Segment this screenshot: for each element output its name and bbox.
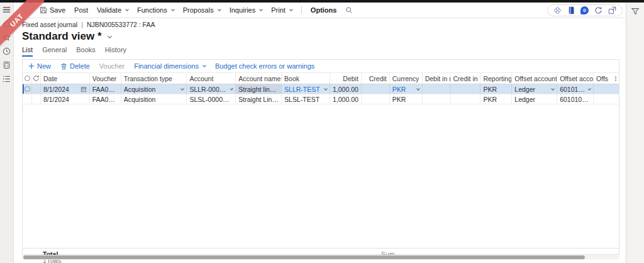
recent-clock-icon[interactable] [3, 47, 11, 55]
hamburger-menu-icon[interactable] [3, 6, 11, 14]
popout-icon[interactable] [608, 6, 616, 14]
column-header-currency[interactable]: Currency [390, 73, 423, 84]
chevron-down-icon [125, 8, 129, 11]
voucher-cell[interactable]: FAA000139 [90, 84, 121, 94]
date-cell[interactable]: 8/1/2024 [41, 84, 90, 94]
select-all-checkbox[interactable] [23, 73, 32, 84]
post-button[interactable]: Post [74, 6, 88, 14]
column-header-date[interactable]: Date [41, 73, 90, 84]
debit-reporting-cell[interactable] [423, 84, 451, 94]
print-menu[interactable]: Print [271, 6, 292, 14]
right-side-rail [626, 3, 644, 263]
credit-reporting-cell[interactable] [451, 94, 481, 104]
chevron-down-icon[interactable] [551, 87, 555, 91]
date-cell[interactable]: 8/1/2024 [41, 94, 90, 104]
save-floppy-icon [40, 6, 47, 14]
offset-account-cell[interactable]: 6010104005-B... [557, 84, 594, 94]
column-header-offset-account[interactable]: Offset account [557, 73, 594, 84]
column-header-account[interactable]: Account [187, 73, 236, 84]
refresh-grid-button[interactable] [32, 73, 41, 84]
account-cell[interactable]: SLSL-000000001 [187, 94, 236, 104]
chevron-down-icon[interactable] [230, 87, 233, 90]
save-button[interactable]: Save [40, 6, 65, 14]
column-header-debit[interactable]: Debit [330, 73, 362, 84]
trash-icon [60, 63, 67, 70]
reporting-currency-cell[interactable]: PKR [480, 94, 512, 104]
budget-check-button[interactable]: Budget check errors or warnings [215, 62, 314, 70]
table-row[interactable]: 8/1/2024 FAA000138 Acquisition SLSL-0000… [23, 94, 619, 104]
delete-button[interactable]: Delete [60, 62, 90, 70]
horizontal-scrollbar-track[interactable] [22, 255, 619, 260]
book-cell[interactable]: SLSL-TEST [282, 94, 330, 104]
row-select-radio[interactable] [23, 94, 32, 104]
reporting-currency-cell[interactable]: PKR [480, 84, 512, 94]
column-header-debit-reporting[interactable]: Debit in re... [423, 73, 451, 84]
tab-list[interactable]: List [22, 46, 33, 57]
window-top-strip [0, 0, 644, 3]
column-header-offset-truncated[interactable]: Offs [594, 73, 619, 84]
calendar-icon[interactable] [80, 86, 87, 92]
inquiries-menu[interactable]: Inquiries [230, 6, 263, 14]
offset-extra-cell[interactable] [594, 84, 619, 94]
currency-cell[interactable]: PKR [390, 84, 423, 94]
column-header-transaction-type[interactable]: Transaction type [121, 73, 187, 84]
debit-cell[interactable]: 1,000.00 [330, 84, 362, 94]
refresh-icon[interactable] [594, 6, 602, 14]
options-menu[interactable]: Options [301, 6, 337, 14]
table-row[interactable]: 8/1/2024 FAA000139 Acquisition SLLR-0000… [23, 84, 619, 94]
breadcrumb: Fixed asset journal | NJBN005533772 : FA… [14, 18, 625, 30]
column-header-book[interactable]: Book [282, 73, 330, 84]
credit-cell[interactable] [362, 94, 390, 104]
transaction-type-cell[interactable]: Acquisition [121, 84, 187, 94]
functions-menu[interactable]: Functions [137, 6, 174, 14]
financial-dimensions-menu[interactable]: Financial dimensions [134, 62, 206, 70]
book-cell[interactable]: SLLR-TEST [282, 84, 330, 94]
chevron-down-icon[interactable] [588, 87, 591, 90]
grid-action-bar: New Delete Voucher Financial dimensions … [23, 60, 619, 73]
tab-books[interactable]: Books [76, 46, 96, 57]
view-chevron-down-icon[interactable] [108, 33, 112, 38]
voucher-cell[interactable]: FAA000138 [90, 94, 121, 104]
column-header-offset-account-type[interactable]: Offset account type [512, 73, 557, 84]
column-header-voucher[interactable]: Voucher [90, 73, 121, 84]
debit-cell[interactable]: 1,000.00 [330, 94, 362, 104]
credit-reporting-cell[interactable] [451, 84, 481, 94]
column-header-account-name[interactable]: Account name [236, 73, 282, 84]
workbook-icon[interactable] [567, 6, 575, 14]
tab-general[interactable]: General [42, 46, 67, 57]
transaction-type-cell[interactable]: Acquisition [121, 94, 187, 104]
search-icon [345, 6, 353, 14]
search-button[interactable] [345, 6, 353, 14]
chevron-down-icon[interactable] [416, 87, 420, 91]
column-header-credit-reporting[interactable]: Credit in re... [451, 73, 481, 84]
plus-icon [28, 63, 35, 69]
chat-badge-icon[interactable]: 0 [580, 6, 589, 14]
horizontal-scrollbar-thumb[interactable] [23, 255, 585, 259]
breadcrumb-section[interactable]: Fixed asset journal [22, 21, 77, 28]
calculator-icon[interactable] [3, 61, 11, 69]
chevron-down-icon[interactable] [181, 87, 185, 91]
column-header-reporting[interactable]: Reporting ... [480, 73, 512, 84]
currency-cell[interactable]: PKR [390, 94, 423, 104]
offset-account-cell[interactable]: 6010104005-BN0... [557, 94, 594, 104]
validate-menu[interactable]: Validate [97, 6, 128, 14]
column-header-credit[interactable]: Credit [362, 73, 390, 84]
new-button[interactable]: New [28, 62, 51, 70]
proposals-menu[interactable]: Proposals [183, 6, 221, 14]
offset-extra-cell[interactable] [594, 94, 619, 104]
row-select-radio[interactable] [23, 84, 32, 94]
chevron-down-icon [218, 8, 221, 11]
offset-account-type-cell[interactable]: Ledger [512, 94, 557, 104]
offset-account-type-cell[interactable]: Ledger [512, 84, 557, 94]
debit-reporting-cell[interactable] [423, 94, 451, 104]
chevron-down-icon[interactable] [324, 87, 328, 91]
credit-cell[interactable] [362, 84, 390, 94]
app-diamond-icon[interactable] [553, 6, 562, 14]
column-options-icon[interactable] [615, 76, 616, 81]
filter-funnel-icon[interactable] [631, 7, 640, 263]
journal-lines-icon[interactable] [3, 75, 11, 83]
tab-history[interactable]: History [105, 46, 126, 57]
chevron-down-icon [289, 8, 293, 11]
account-cell[interactable]: SLLR-000000001 [187, 84, 236, 94]
grid-empty-area [23, 104, 619, 248]
